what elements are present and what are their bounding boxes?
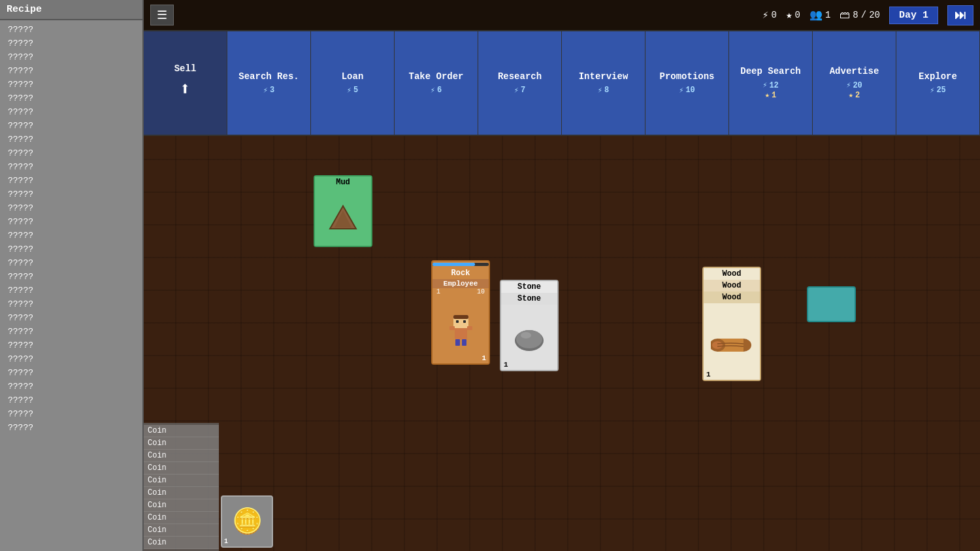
coin-item-9[interactable]: Coin (144, 537, 219, 549)
energy-stat: ⚡ 0 (762, 8, 777, 22)
energy-cost-icon: ⚡ (930, 86, 934, 95)
action-btn-deep-search[interactable]: Deep Search⚡ 12★ 1 (729, 31, 813, 135)
card-rock-image: 1 (433, 295, 489, 363)
card-stone-image: 1 (501, 305, 557, 370)
menu-button[interactable]: ☰ (150, 5, 174, 25)
sidebar-item-23[interactable]: ????? (0, 339, 142, 352)
action-btn-advertise[interactable]: Advertise⚡ 20★ 2 (813, 31, 896, 135)
sidebar-item-15[interactable]: ????? (0, 229, 142, 242)
card-wood-title1: Wood (704, 268, 760, 280)
coin-item-3[interactable]: Coin (144, 462, 219, 475)
sidebar-item-24[interactable]: ????? (0, 352, 142, 366)
workers-icon: 👥 (809, 8, 823, 22)
coin-item-1[interactable]: Coin (144, 437, 219, 450)
sidebar-item-5[interactable]: ????? (0, 92, 142, 105)
sidebar-item-28[interactable]: ????? (0, 407, 142, 421)
action-btn-take-order[interactable]: Take Order⚡ 6 (395, 31, 478, 135)
sidebar-item-27[interactable]: ????? (0, 393, 142, 407)
coin-item-6[interactable]: Coin (144, 499, 219, 512)
card-rock-employee[interactable]: Rock Employee 1 10 (431, 260, 490, 365)
coin-item-0[interactable]: Coin (144, 425, 219, 437)
svg-rect-9 (449, 326, 455, 330)
stars-icon: ★ (786, 8, 792, 22)
sidebar-item-21[interactable]: ????? (0, 311, 142, 325)
storage-icon: 🗃 (840, 9, 850, 22)
sidebar-item-10[interactable]: ????? (0, 160, 142, 174)
action-btn-research[interactable]: Research⚡ 7 (478, 31, 562, 135)
action-btn-explore[interactable]: Explore⚡ 25 (896, 31, 980, 135)
svg-rect-7 (455, 339, 460, 346)
coin-item-7[interactable]: Coin (144, 512, 219, 524)
sidebar-item-25[interactable]: ????? (0, 366, 142, 380)
card-mud-image (315, 188, 371, 246)
card-rock-level-right: 10 (477, 288, 485, 295)
sidebar-item-16[interactable]: ????? (0, 242, 142, 256)
card-wood-title2: Wood (704, 280, 760, 292)
sidebar-item-13[interactable]: ????? (0, 201, 142, 215)
sidebar-item-26[interactable]: ????? (0, 380, 142, 393)
sidebar-item-17[interactable]: ????? (0, 256, 142, 270)
sidebar-item-18[interactable]: ????? (0, 270, 142, 284)
sidebar-item-7[interactable]: ????? (0, 119, 142, 133)
day-advance-button[interactable]: ⏭ (947, 5, 973, 25)
sidebar-item-2[interactable]: ????? (0, 50, 142, 64)
storage-current: 8 (853, 10, 858, 20)
coin-item-8[interactable]: Coin (144, 524, 219, 537)
sidebar-item-19[interactable]: ????? (0, 284, 142, 297)
card-wood[interactable]: Wood Wood Wood 1 (702, 267, 761, 381)
card-cyan[interactable] (807, 286, 856, 322)
sidebar-item-6[interactable]: ????? (0, 105, 142, 119)
svg-rect-10 (467, 326, 472, 330)
action-btn-interview[interactable]: Interview⚡ 8 (562, 31, 645, 135)
game-area[interactable]: Mud Rock Employee 1 10 (144, 136, 980, 551)
sidebar-item-9[interactable]: ????? (0, 146, 142, 160)
coin-item-5[interactable]: Coin (144, 487, 219, 499)
energy-cost-icon: ⚡ (514, 86, 519, 95)
coin-item-4[interactable]: Coin (144, 475, 219, 487)
sidebar-item-12[interactable]: ????? (0, 188, 142, 201)
sidebar-list[interactable]: ????????????????????????????????????????… (0, 20, 142, 551)
topbar-right: ⚡ 0 ★ 0 👥 1 🗃 8 / 20 Day 1 ⏭ (762, 5, 973, 25)
sidebar-item-1[interactable]: ????? (0, 37, 142, 50)
card-rock-title: Rock (433, 267, 489, 279)
sidebar-item-11[interactable]: ????? (0, 174, 142, 188)
card-mud-title: Mud (315, 176, 371, 188)
energy-cost-icon: ⚡ (598, 86, 602, 95)
sidebar-item-22[interactable]: ????? (0, 325, 142, 339)
coin-item-2[interactable]: Coin (144, 450, 219, 462)
sidebar-item-14[interactable]: ????? (0, 215, 142, 229)
energy-cost-icon: ⚡ (431, 86, 435, 95)
sidebar-item-8[interactable]: ????? (0, 133, 142, 146)
coin-card[interactable]: 🪙 1 (221, 495, 273, 548)
energy-cost-icon: ⚡ (846, 80, 851, 90)
card-stone[interactable]: Stone Stone 1 (500, 280, 559, 371)
action-label-explore: Explore (919, 71, 957, 82)
sidebar-item-20[interactable]: ????? (0, 297, 142, 311)
sidebar-item-4[interactable]: ????? (0, 78, 142, 92)
sidebar-item-3[interactable]: ????? (0, 64, 142, 78)
day-display: Day 1 (889, 7, 938, 24)
svg-rect-5 (456, 320, 459, 323)
action-cost-promotions: ⚡ 10 (679, 86, 695, 95)
card-rock-levels: 1 10 (433, 288, 489, 295)
action-cost2-deep-search: ★ 1 (765, 90, 776, 100)
action-btn-search-res[interactable]: Search Res.⚡ 3 (227, 31, 311, 135)
action-btn-loan[interactable]: Loan⚡ 5 (311, 31, 395, 135)
energy-cost-icon: ⚡ (263, 86, 268, 95)
sidebar-item-0[interactable]: ????? (0, 23, 142, 37)
action-btn-sell[interactable]: Sell ⬆ (144, 31, 227, 135)
topbar: ☰ ⚡ 0 ★ 0 👥 1 🗃 8 / 20 Day 1 ⏭ (144, 0, 980, 31)
action-label-advertise: Advertise (830, 66, 879, 76)
action-cost-search-res: ⚡ 3 (263, 86, 274, 95)
sidebar-item-29[interactable]: ????? (0, 421, 142, 435)
star-cost-icon: ★ (849, 90, 853, 100)
sell-icon: ⬆ (180, 78, 191, 100)
action-btn-promotions[interactable]: Promotions⚡ 10 (645, 31, 729, 135)
card-wood-title3: Wood (704, 292, 760, 303)
stars-stat: ★ 0 (786, 8, 800, 22)
workers-value: 1 (825, 10, 830, 20)
card-mud[interactable]: Mud (314, 175, 372, 247)
workers-stat: 👥 1 (809, 8, 830, 22)
energy-icon: ⚡ (762, 8, 769, 22)
storage-stat: 🗃 8 / 20 (840, 9, 880, 22)
